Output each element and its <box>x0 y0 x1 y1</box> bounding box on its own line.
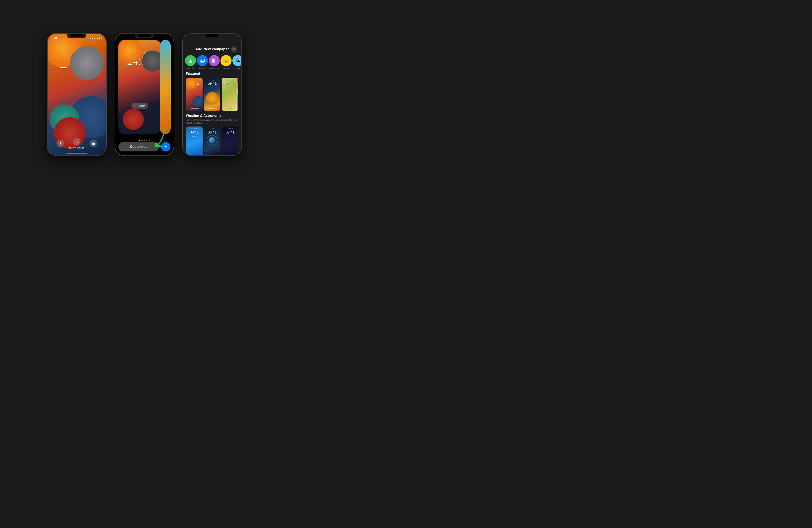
wallpaper-type-weather[interactable]: 🌤 Weat <box>232 55 241 70</box>
collections-blob-2 <box>193 96 203 107</box>
close-icon: ✕ <box>233 47 235 51</box>
featured-item-collections[interactable]: Tuesday 9 January 09:41 Collections <box>186 78 203 111</box>
pagination-dots <box>115 140 174 141</box>
add-wallpaper-button[interactable]: + <box>161 142 171 151</box>
do-not-disturb-button[interactable]: Do Not Disturb <box>69 138 84 149</box>
weather-astronomy-desc: Live weather and astronomical conditions… <box>186 119 238 125</box>
iphone-lockscreen: ne UK ▲▲▲ ▲ ▮▯ Tuesday 7 June 14:51 <box>47 33 106 156</box>
astronomy-clock: 09:41 <box>205 81 219 85</box>
color-label: Color <box>222 108 238 110</box>
photo-shuffle-icon <box>209 55 220 66</box>
dot-1 <box>139 140 141 141</box>
focus-chip[interactable]: Focus <box>131 103 148 109</box>
notch <box>70 34 83 37</box>
focus-label: Focus <box>137 104 145 107</box>
bg-blob-gray <box>70 46 104 80</box>
iphone-customize: Tuesday 7 June 14:52 Focus Customise <box>115 33 174 156</box>
status-icons: ▲▲▲ ▲ ▮▯ <box>89 37 102 39</box>
featured-title: Featured <box>186 72 238 76</box>
weather-item-2-inner: Tuesday 9 January 09:41 <box>204 126 220 155</box>
preview-blob-red <box>122 109 144 130</box>
wallpaper-type-emoji[interactable]: 😊 Emoji <box>220 55 232 70</box>
weather-widgets-1: ◉ ◉ ◉ <box>192 135 197 137</box>
weather-item-1[interactable]: Tue 7 21:53 09:41 ◉ ◉ ◉ <box>186 126 203 155</box>
weather-label: Weat <box>235 67 240 70</box>
collections-label: Collections <box>186 108 203 110</box>
battery-icon: ▮▯ <box>99 37 102 39</box>
collections-bg: Tuesday 9 January 09:41 <box>186 78 203 111</box>
photos-label: Photos <box>199 67 205 70</box>
weather-astronomy-title: Weather & Astronomy <box>186 114 238 118</box>
astronomy-label: Astronomy <box>204 108 220 110</box>
do-not-disturb-label: Do Not Disturb <box>69 146 84 149</box>
weather-item-3-inner: Tue 7 21:53 09:41 <box>222 126 238 155</box>
weather-item-1-inner: Tue 7 21:53 09:41 ◉ ◉ ◉ <box>186 126 203 155</box>
weather-clock-2: 09:41 <box>208 130 217 134</box>
close-button[interactable]: ✕ <box>231 46 237 52</box>
weather-grid: Tue 7 21:53 09:41 ◉ ◉ ◉ Tuesday 9 Januar… <box>186 126 238 155</box>
iphone-add-wallpaper: Add New Wallpaper ✕ People <box>183 33 242 156</box>
bottom-buttons: Customise + <box>118 142 171 151</box>
dot-5 <box>148 140 150 141</box>
weather-time-2: Tuesday 9 January <box>207 128 218 130</box>
color-clock: 09:41 <box>223 81 237 85</box>
weather-clock-3: 09:41 <box>226 130 234 134</box>
wallpaper-type-photos[interactable]: Photos <box>197 55 208 70</box>
wallpaper-type-photo-shuffle[interactable]: Photo Shuffle <box>209 55 220 70</box>
wifi-icon: ▲ <box>96 37 98 39</box>
emoji-icon: 😊 <box>220 55 232 66</box>
featured-grid: Tuesday 9 January 09:41 Collections Tue … <box>186 78 238 111</box>
featured-item-astronomy[interactable]: Tue 7 09:41 Astronomy <box>204 78 220 111</box>
featured-section: Featured Tuesday 9 January 09:41 Collect… <box>183 72 241 111</box>
flashlight-button[interactable] <box>56 140 64 147</box>
power-button[interactable] <box>106 63 106 75</box>
home-indicator <box>66 153 87 153</box>
wallpaper-types-row: People Photos <box>183 55 241 72</box>
moon-icon <box>73 138 81 146</box>
customize-screen: Tuesday 7 June 14:52 Focus Customise <box>115 34 174 155</box>
flashlight-icon <box>56 140 64 147</box>
notch-3 <box>206 34 218 37</box>
dot-4 <box>146 140 147 141</box>
astronomy-bg: Tue 7 09:41 <box>204 78 220 111</box>
globe-widget <box>207 135 217 146</box>
people-icon <box>185 55 196 66</box>
weather-icon: 🌤 <box>232 55 241 66</box>
photo-shuffle-label: Photo Shuffle <box>209 67 219 69</box>
emoji-label: Emoji <box>223 67 229 70</box>
dot-2 <box>142 140 143 141</box>
lockscreen-bottom-bar: Do Not Disturb <box>47 138 106 149</box>
weather-clock-1: 09:41 <box>190 130 199 134</box>
notch-2 <box>138 34 151 37</box>
side-wallpaper-strip <box>160 40 171 134</box>
weather-time-3: Tue 7 21:53 <box>227 128 233 130</box>
camera-icon <box>89 140 97 147</box>
dot-3 <box>144 140 145 141</box>
photos-icon <box>197 55 208 66</box>
camera-button[interactable] <box>89 140 97 147</box>
lockscreen-background: ne UK ▲▲▲ ▲ ▮▯ Tuesday 7 June 14:51 <box>47 34 106 155</box>
astronomy-blob <box>206 92 219 105</box>
add-wallpaper-title: Add New Wallpaper <box>193 47 231 51</box>
preview-blob-gray <box>142 50 161 72</box>
signal-icon: ▲▲▲ <box>89 37 96 39</box>
weather-time-1: Tue 7 21:53 <box>191 128 198 130</box>
power-button-3[interactable] <box>241 63 242 75</box>
color-bg: Tuesday 9 09:41 <box>222 78 238 111</box>
weather-item-3[interactable]: Tue 7 21:53 09:41 <box>222 126 238 155</box>
svg-point-3 <box>201 60 202 61</box>
svg-point-1 <box>190 59 191 61</box>
customise-button[interactable]: Customise <box>118 142 159 151</box>
color-stripes <box>237 78 238 111</box>
wallpaper-preview: Tuesday 7 June 14:52 Focus <box>118 40 161 134</box>
link-icon <box>134 105 137 107</box>
wallpaper-type-people[interactable]: People <box>185 55 196 70</box>
carrier-label: ne UK <box>52 37 59 40</box>
weather-item-2[interactable]: Tuesday 9 January 09:41 <box>204 126 220 155</box>
power-button-2[interactable] <box>174 63 174 75</box>
people-label: People <box>187 67 194 70</box>
collections-blob-1 <box>186 78 198 89</box>
featured-item-color[interactable]: Tuesday 9 09:41 Color <box>222 78 238 111</box>
plus-icon: + <box>164 144 167 149</box>
weather-section: Weather & Astronomy Live weather and ast… <box>183 114 241 155</box>
